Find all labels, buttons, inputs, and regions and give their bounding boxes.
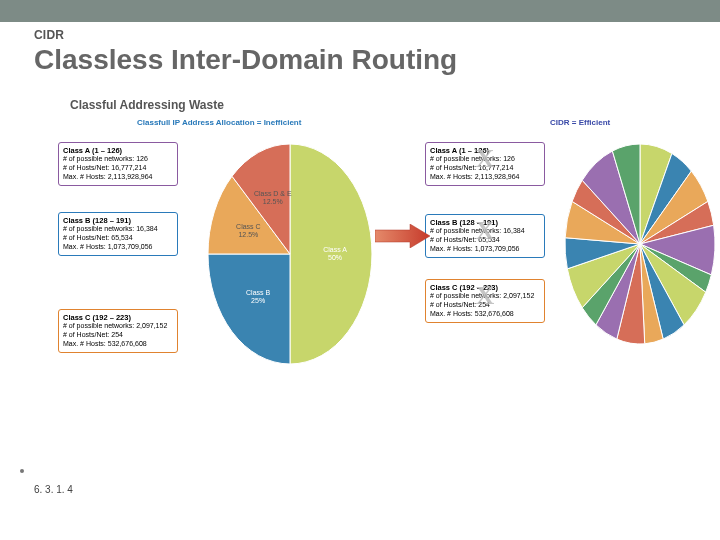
legend-line: # of possible networks: 16,384 [430, 227, 540, 236]
arrow-icon [375, 224, 430, 248]
legend-line: Max. # Hosts: 2,113,928,964 [430, 173, 540, 182]
legend-line: # of Hosts/Net: 16,777,214 [63, 164, 173, 173]
svg-text:Class C12.5%: Class C12.5% [236, 223, 261, 238]
legend-line: # of Hosts/Net: 65,534 [63, 234, 173, 243]
page-title: Classless Inter-Domain Routing [34, 44, 720, 76]
legend-class-b-left: Class B (128 – 191) # of possible networ… [58, 212, 178, 256]
right-chart-caption: CIDR = Efficient [550, 118, 610, 127]
page-number: 6. 3. 1. 4 [34, 484, 73, 495]
diagram-area: Classfull IP Address Allocation = Ineffi… [30, 114, 710, 404]
legend-line: Max. # Hosts: 1,073,709,056 [63, 243, 173, 252]
cidr-pie-chart [560, 139, 720, 359]
legend-title: Class B (128 – 191) [430, 218, 540, 227]
legend-title: Class A (1 – 126) [63, 146, 173, 155]
legend-line: # of Hosts/Net: 16,777,214 [430, 164, 540, 173]
legend-title: Class B (128 – 191) [63, 216, 173, 225]
slide-footer: 6. 3. 1. 4 [20, 462, 73, 495]
eyebrow-text: CIDR [34, 28, 720, 42]
legend-line: # of possible networks: 2,097,152 [430, 292, 540, 301]
slide-header: CIDR Classless Inter-Domain Routing [0, 22, 720, 76]
legend-line: Max. # Hosts: 532,676,608 [63, 340, 173, 349]
bullet-icon [20, 469, 24, 473]
legend-title: Class C (192 – 223) [430, 283, 540, 292]
legend-line: Max. # Hosts: 532,676,608 [430, 310, 540, 319]
legend-line: # of possible networks: 2,097,152 [63, 322, 173, 331]
legend-class-b-right: X Class B (128 – 191) # of possible netw… [425, 214, 545, 258]
classful-pie-chart: Class A50%Class B25%Class C12.5%Class D … [200, 139, 380, 379]
legend-line: # of possible networks: 126 [430, 155, 540, 164]
legend-class-a-right: X Class A (1 – 126) # of possible networ… [425, 142, 545, 186]
legend-line: # of Hosts/Net: 254 [63, 331, 173, 340]
svg-marker-4 [375, 224, 430, 248]
legend-class-c-right: X Class C (192 – 223) # of possible netw… [425, 279, 545, 323]
legend-line: # of Hosts/Net: 65,534 [430, 236, 540, 245]
legend-line: # of possible networks: 16,384 [63, 225, 173, 234]
left-chart-caption: Classfull IP Address Allocation = Ineffi… [137, 118, 301, 127]
legend-line: # of Hosts/Net: 254 [430, 301, 540, 310]
legend-title: Class A (1 – 126) [430, 146, 540, 155]
legend-line: Max. # Hosts: 1,073,709,056 [430, 245, 540, 254]
legend-title: Class C (192 – 223) [63, 313, 173, 322]
legend-line: # of possible networks: 126 [63, 155, 173, 164]
legend-class-c-left: Class C (192 – 223) # of possible networ… [58, 309, 178, 353]
legend-class-a-left: Class A (1 – 126) # of possible networks… [58, 142, 178, 186]
slide-top-bar [0, 0, 720, 22]
legend-line: Max. # Hosts: 2,113,928,964 [63, 173, 173, 182]
section-subtitle: Classful Addressing Waste [70, 98, 720, 112]
